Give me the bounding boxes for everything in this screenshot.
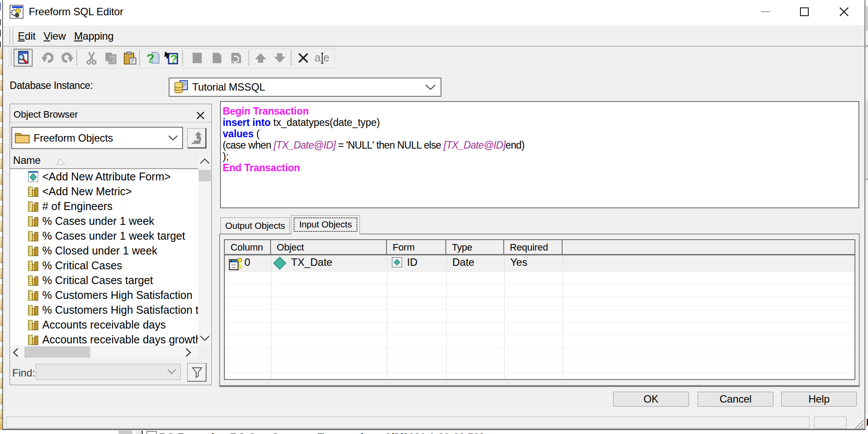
svg-text:?: ?: [146, 51, 154, 65]
svg-text:F: F: [110, 57, 114, 63]
svg-text:e: e: [323, 51, 329, 64]
svg-text:a: a: [315, 51, 321, 64]
svg-text:?: ?: [170, 52, 177, 65]
